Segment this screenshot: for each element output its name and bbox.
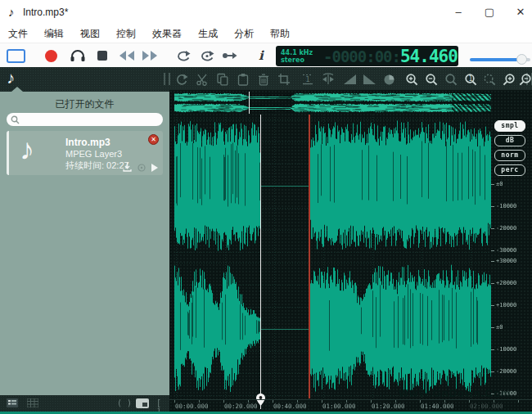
menu-item-2[interactable]: 视图 <box>72 25 108 43</box>
title-bar: ♪ Intro.mp3* – ▢ ✕ <box>0 0 532 25</box>
cursor-marker-line[interactable] <box>309 115 310 398</box>
timeline-tick <box>395 400 396 403</box>
timeline-tick <box>199 400 200 403</box>
crop-icon[interactable] <box>277 72 291 87</box>
vzoom-in-icon[interactable] <box>502 72 516 87</box>
file-close-button[interactable]: ✕ <box>148 134 159 145</box>
scale-mode-smpl[interactable]: smpl <box>494 120 525 132</box>
trash-icon[interactable] <box>256 72 271 87</box>
info-icon[interactable]: i <box>259 48 264 63</box>
menu-item-3[interactable]: 控制 <box>108 25 144 43</box>
record-icon[interactable] <box>45 48 57 63</box>
sample-rate-block: 44.1 kHzstereo <box>276 49 323 64</box>
minimize-button[interactable]: – <box>442 0 475 25</box>
disc-icon <box>138 164 146 172</box>
vzoom-out-icon[interactable] <box>518 72 532 87</box>
menu-item-7[interactable]: 帮助 <box>262 25 298 43</box>
menu-bar: 文件编辑视图控制效果器生成分析帮助 <box>0 25 532 43</box>
timeline-tick <box>174 400 175 403</box>
list-view-icon[interactable] <box>7 398 18 407</box>
panel-title: 已打开的文件 <box>0 97 169 111</box>
waveform-editor[interactable]: ±0-10000-20000-30000+30000+20000+10000±0… <box>169 90 532 412</box>
scale-label: +30000 <box>491 258 516 264</box>
monitor-icon[interactable] <box>70 48 86 63</box>
timeline-tick <box>346 400 347 403</box>
toolbar-separator <box>164 73 170 85</box>
svg-text:1: 1 <box>305 75 309 83</box>
maximize-button[interactable]: ▢ <box>473 0 506 25</box>
scale-label: -20000 <box>491 368 516 375</box>
timeline-tick <box>444 400 445 403</box>
waveform-canvas[interactable] <box>174 115 491 398</box>
edit-toolbar: ♪ 11 <box>0 67 532 92</box>
scale-label: ±0 <box>491 181 503 187</box>
file-card[interactable]: ♪ Intro.mp3 MPEG Layer3 持续时间: 02:27 ✕ <box>7 131 163 175</box>
paste-icon[interactable] <box>236 72 250 87</box>
timeline-label: 01:00.000 <box>322 403 356 410</box>
volume-slider[interactable] <box>470 54 530 65</box>
scale-mode-buttons: smpldBnormperc <box>494 120 530 179</box>
menu-item-1[interactable]: 编辑 <box>36 25 72 43</box>
timeline-tick <box>273 400 273 403</box>
forward-icon[interactable] <box>142 48 158 63</box>
menu-item-4[interactable]: 效果器 <box>144 25 190 43</box>
rewind-icon[interactable] <box>119 48 135 63</box>
volume-handle[interactable] <box>516 54 527 65</box>
stop-icon[interactable] <box>97 48 107 63</box>
selection-params-icon[interactable]: ( ) <box>117 398 132 407</box>
timeline-ruler[interactable]: 00:00.00000:20.00000:40.00001:00.00001:2… <box>169 399 532 412</box>
timeline-tick <box>469 400 470 403</box>
playhead-line[interactable] <box>260 115 261 409</box>
time-display: 44.1 kHzstereo-0000:00:54.460 <box>276 46 458 66</box>
loop-one-icon[interactable] <box>200 48 214 63</box>
file-duration: 持续时间: 02:27 <box>65 160 129 172</box>
search-input[interactable] <box>7 113 163 126</box>
close-button[interactable]: ✕ <box>504 0 532 25</box>
scale-mode-perc[interactable]: perc <box>494 164 525 176</box>
timeline-label: 02:00.000 <box>470 403 503 410</box>
timeline-tick <box>322 400 322 403</box>
menu-item-5[interactable]: 生成 <box>190 25 226 43</box>
scale-mode-norm[interactable]: norm <box>494 150 525 161</box>
transport-toolbar: i44.1 kHzstereo-0000:00:54.460 <box>0 43 532 68</box>
play-through-icon[interactable] <box>222 48 237 63</box>
overview-strip[interactable] <box>174 92 491 114</box>
timeline-tick <box>371 400 372 403</box>
selection-tool-icon[interactable] <box>7 48 25 63</box>
file-tab-music-note-icon[interactable]: ♪ <box>7 69 15 88</box>
redo-icon[interactable] <box>174 72 189 87</box>
grid-view-icon[interactable] <box>27 398 38 407</box>
scale-label: +10000 <box>491 302 516 308</box>
scale-mode-dB[interactable]: dB <box>494 135 525 146</box>
gain-icon[interactable] <box>381 72 396 87</box>
file-music-note-icon: ♪ <box>20 133 34 167</box>
status-bar: ( )[ ] <box>0 395 169 412</box>
copy-icon[interactable] <box>215 72 230 87</box>
loop-icon[interactable] <box>176 48 191 63</box>
play-icon[interactable] <box>151 164 158 172</box>
scale-label: ±0 <box>491 324 503 331</box>
timeline-tick <box>223 400 224 403</box>
zoom-out-icon[interactable] <box>424 72 439 87</box>
timeline-label: 01:20.000 <box>372 403 405 410</box>
menu-item-6[interactable]: 分析 <box>226 25 262 43</box>
insert-silence-icon[interactable]: 1 <box>300 72 315 87</box>
scale-label: -20000 <box>491 225 516 232</box>
overview-playhead-tick <box>249 92 250 114</box>
menu-item-0[interactable]: 文件 <box>0 25 36 43</box>
download-icon[interactable] <box>123 163 132 172</box>
timeline-tick <box>494 400 494 403</box>
thumbnail-view-icon[interactable] <box>136 398 149 408</box>
fade-in-icon[interactable] <box>342 72 357 87</box>
zoom-icon[interactable] <box>444 72 458 87</box>
loop-selection-icon[interactable] <box>321 72 336 87</box>
zoom-in-icon[interactable] <box>404 72 419 87</box>
zoom-one-icon[interactable]: 1 <box>463 72 478 87</box>
scissors-icon[interactable] <box>195 72 210 87</box>
fade-out-icon[interactable] <box>362 72 376 87</box>
zoom-selection-icon[interactable] <box>482 72 497 87</box>
timeline-tick <box>248 400 249 403</box>
file-format: MPEG Layer3 <box>65 149 122 159</box>
scale-label: +20000 <box>491 280 516 286</box>
search-icon <box>11 115 20 124</box>
